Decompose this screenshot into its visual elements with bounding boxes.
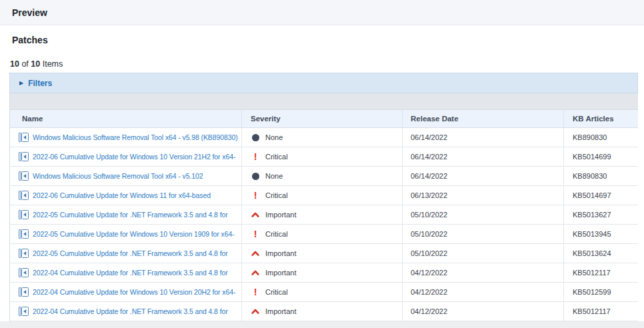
kb-article-cell: KB890830 xyxy=(564,128,638,147)
name-cell: 2022-04 Cumulative Update for .NET Frame… xyxy=(10,302,242,321)
name-cell: 2022-05 Cumulative Update for .NET Frame… xyxy=(10,244,242,263)
severity-icon-host: ! xyxy=(251,191,260,200)
kb-article-cell: KB5014699 xyxy=(564,147,638,166)
name-cell: 2022-06 Cumulative Update for Windows 10… xyxy=(10,147,242,166)
severity-label: Important xyxy=(265,249,296,257)
patch-icon xyxy=(19,307,29,316)
kb-article-cell: KB890830 xyxy=(564,167,638,185)
release-date-cell: 05/10/2022 xyxy=(403,225,564,243)
release-date-cell: 06/13/2022 xyxy=(403,186,564,205)
severity-cell: ! Critical xyxy=(242,283,403,301)
name-cell: 2022-05 Cumulative Update for Windows 10… xyxy=(10,225,242,243)
release-date-cell: 06/14/2022 xyxy=(403,167,564,185)
severity-icon-host xyxy=(251,134,260,141)
patch-name-link[interactable]: 2022-04 Cumulative Update for .NET Frame… xyxy=(33,269,228,277)
expand-triangle-icon: ▶ xyxy=(19,81,23,86)
patch-name-link[interactable]: 2022-05 Cumulative Update for Windows 10… xyxy=(33,230,235,238)
patch-name-link[interactable]: 2022-05 Cumulative Update for .NET Frame… xyxy=(33,249,228,257)
severity-none-icon xyxy=(252,134,259,141)
severity-label: None xyxy=(265,133,283,141)
severity-label: Important xyxy=(265,269,296,277)
severity-important-icon xyxy=(251,309,259,314)
items-count-line: 10 of 10 Items xyxy=(10,59,63,69)
items-of-label: of xyxy=(21,59,28,69)
release-date-cell: 05/10/2022 xyxy=(403,205,564,224)
release-date-cell: 06/14/2022 xyxy=(403,128,564,147)
column-header-release-date[interactable]: Release Date xyxy=(403,110,564,127)
patch-name-link[interactable]: Windows Malicious Software Removal Tool … xyxy=(33,133,238,141)
patch-icon xyxy=(19,268,29,277)
severity-label: Important xyxy=(265,307,296,315)
severity-cell: None xyxy=(242,167,403,185)
release-date-cell: 04/12/2022 xyxy=(403,302,564,321)
table-row[interactable]: Windows Malicious Software Removal Tool … xyxy=(9,128,638,147)
severity-icon-host: ! xyxy=(251,229,260,239)
table-body: Windows Malicious Software Removal Tool … xyxy=(9,128,638,321)
patch-name-link[interactable]: 2022-04 Cumulative Update for Windows 10… xyxy=(33,288,235,296)
column-header-severity[interactable]: Severity xyxy=(242,110,403,127)
severity-icon-host: ! xyxy=(251,287,260,297)
kb-article-cell: KB5014697 xyxy=(564,186,638,205)
kb-article-cell: KB5013627 xyxy=(564,205,638,224)
kb-article-cell: KB5012599 xyxy=(564,283,638,301)
patch-name-link[interactable]: 2022-04 Cumulative Update for .NET Frame… xyxy=(33,307,228,315)
severity-label: Important xyxy=(265,211,296,219)
severity-cell: ! Critical xyxy=(242,147,403,166)
patch-icon xyxy=(19,152,29,161)
toolbar-strip xyxy=(9,93,638,110)
patch-icon xyxy=(19,229,29,239)
severity-critical-icon: ! xyxy=(254,191,257,200)
severity-icon-host: ! xyxy=(251,152,260,161)
table-row[interactable]: 2022-05 Cumulative Update for .NET Frame… xyxy=(9,244,638,263)
items-shown-count: 10 xyxy=(10,59,19,69)
patch-name-link[interactable]: Windows Malicious Software Removal Tool … xyxy=(33,172,203,180)
filters-label: Filters xyxy=(28,79,52,88)
severity-icon-host xyxy=(251,251,260,256)
severity-cell: ! Critical xyxy=(242,186,403,205)
severity-label: None xyxy=(265,172,283,180)
name-cell: Windows Malicious Software Removal Tool … xyxy=(10,167,242,185)
panel-bottom-strip xyxy=(0,321,644,328)
severity-label: Critical xyxy=(265,230,288,238)
patch-name-link[interactable]: 2022-06 Cumulative Update for Windows 10… xyxy=(33,153,235,161)
column-header-kb-articles[interactable]: KB Articles xyxy=(564,110,638,127)
severity-cell: Important xyxy=(242,263,403,282)
severity-label: Critical xyxy=(265,153,288,161)
patches-panel: ▶ Filters Name Severity Release Date KB … xyxy=(9,73,638,321)
severity-critical-icon: ! xyxy=(254,152,257,161)
severity-none-icon xyxy=(252,173,259,180)
patch-icon xyxy=(19,133,29,142)
severity-icon-host xyxy=(251,309,260,314)
severity-icon-host xyxy=(251,212,260,217)
table-row[interactable]: Windows Malicious Software Removal Tool … xyxy=(9,167,638,186)
table-row[interactable]: 2022-04 Cumulative Update for .NET Frame… xyxy=(9,302,638,321)
filters-toggle[interactable]: ▶ Filters xyxy=(9,73,638,93)
name-cell: 2022-04 Cumulative Update for .NET Frame… xyxy=(10,263,242,282)
table-row[interactable]: 2022-04 Cumulative Update for Windows 10… xyxy=(9,283,638,302)
severity-important-icon xyxy=(251,270,259,275)
release-date-cell: 06/14/2022 xyxy=(403,147,564,166)
patch-name-link[interactable]: 2022-06 Cumulative Update for Windows 11… xyxy=(33,191,211,199)
kb-article-cell: KB5013945 xyxy=(564,225,638,243)
table-row[interactable]: 2022-05 Cumulative Update for .NET Frame… xyxy=(9,205,638,225)
column-header-name[interactable]: Name xyxy=(10,110,242,127)
severity-cell: None xyxy=(242,128,403,147)
patch-icon xyxy=(19,249,29,258)
preview-header-bar: Preview xyxy=(0,0,644,25)
kb-article-cell: KB5013624 xyxy=(564,244,638,263)
severity-important-icon xyxy=(251,251,259,256)
release-date-cell: 04/12/2022 xyxy=(403,283,564,301)
patch-name-link[interactable]: 2022-05 Cumulative Update for .NET Frame… xyxy=(33,211,228,219)
table-row[interactable]: 2022-04 Cumulative Update for .NET Frame… xyxy=(9,263,638,283)
severity-cell: Important xyxy=(242,205,403,224)
patches-section-title: Patches xyxy=(12,35,48,45)
table-row[interactable]: 2022-06 Cumulative Update for Windows 11… xyxy=(9,186,638,205)
severity-cell: Important xyxy=(242,244,403,263)
severity-cell: ! Critical xyxy=(242,225,403,243)
severity-label: Critical xyxy=(265,288,288,296)
patch-icon xyxy=(19,191,29,200)
severity-important-icon xyxy=(251,212,259,217)
severity-icon-host xyxy=(251,173,260,180)
table-row[interactable]: 2022-06 Cumulative Update for Windows 10… xyxy=(9,147,638,167)
table-row[interactable]: 2022-05 Cumulative Update for Windows 10… xyxy=(9,225,638,244)
